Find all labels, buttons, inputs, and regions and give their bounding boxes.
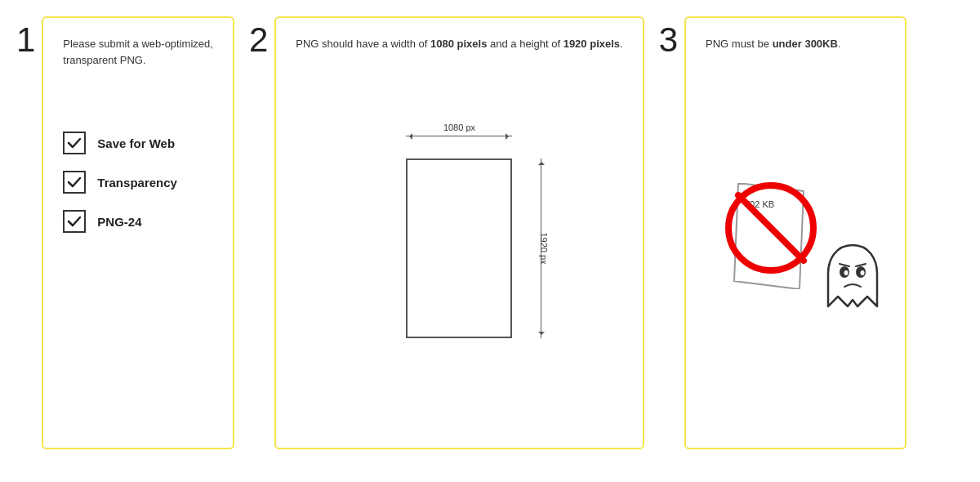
no-symbol-container: 702 KB xyxy=(706,67,885,431)
step-3-card: PNG must be under 300KB. 702 KB xyxy=(684,16,906,449)
step-3-number: 3 xyxy=(659,23,678,57)
check-label-transparency: Transparency xyxy=(97,176,177,190)
checkbox-png24 xyxy=(63,210,86,233)
rect-diagram: 1080 px 1920 px xyxy=(406,158,512,338)
svg-line-2 xyxy=(738,195,804,261)
step-3-wrapper: 3 PNG must be under 300KB. 702 KB xyxy=(659,16,906,449)
illustration-area: 702 KB xyxy=(706,167,885,330)
check-label-save-for-web: Save for Web xyxy=(97,136,175,150)
dimension-diagram: 1080 px 1920 px xyxy=(296,67,622,431)
svg-point-5 xyxy=(844,270,849,275)
checkmark-icon xyxy=(67,175,82,190)
ghost-icon xyxy=(820,241,885,322)
check-item-save-for-web: Save for Web xyxy=(63,132,213,154)
step-2-header: PNG should have a width of 1080 pixels a… xyxy=(296,36,622,52)
width-arrow-line xyxy=(406,136,512,136)
step-1-card: Please submit a web-optimized,transparen… xyxy=(42,16,234,449)
svg-point-6 xyxy=(861,270,865,275)
step-1-wrapper: 1 Please submit a web-optimized,transpar… xyxy=(16,16,234,449)
checkmark-icon xyxy=(67,136,82,150)
page-layout: 1 Please submit a web-optimized,transpar… xyxy=(16,16,964,466)
step-2-number: 2 xyxy=(249,23,268,57)
no-symbol xyxy=(722,179,820,280)
height-label: 1920 px xyxy=(539,232,549,264)
check-item-png24: PNG-24 xyxy=(63,210,213,233)
checkbox-save-for-web xyxy=(63,132,86,154)
step-2-card: PNG should have a width of 1080 pixels a… xyxy=(274,16,644,449)
step-1-header: Please submit a web-optimized,transparen… xyxy=(63,36,213,68)
width-arrow xyxy=(406,136,512,136)
width-label: 1080 px xyxy=(443,123,475,132)
no-symbol-svg xyxy=(722,179,820,277)
checklist: Save for Web Transparency xyxy=(63,132,213,233)
check-label-png24: PNG-24 xyxy=(97,215,141,229)
step-3-header: PNG must be under 300KB. xyxy=(706,36,885,52)
checkmark-icon xyxy=(67,214,82,229)
dimension-rect xyxy=(406,158,512,338)
step-2-wrapper: 2 PNG should have a width of 1080 pixels… xyxy=(249,16,644,449)
check-item-transparency: Transparency xyxy=(63,171,213,194)
ghost-svg xyxy=(820,241,885,319)
step-1-number: 1 xyxy=(16,23,35,57)
checkbox-transparency xyxy=(63,171,86,194)
